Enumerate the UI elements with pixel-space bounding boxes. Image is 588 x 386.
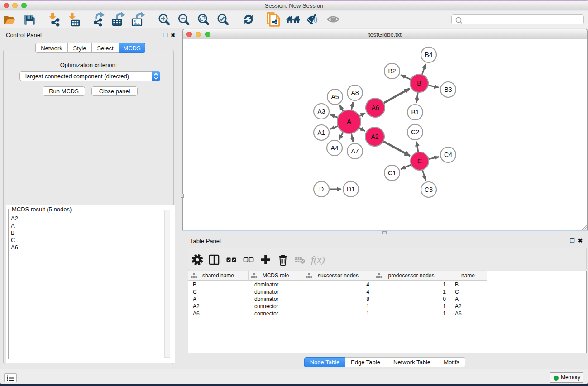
svg-text:A5: A5	[331, 93, 339, 100]
svg-text:A2: A2	[371, 133, 378, 140]
svg-text:C1: C1	[388, 169, 396, 176]
svg-text:B1: B1	[411, 109, 419, 116]
svg-text:A8: A8	[351, 89, 359, 96]
svg-text:C2: C2	[411, 129, 419, 136]
svg-text:B3: B3	[444, 86, 452, 93]
svg-text:D: D	[319, 186, 324, 193]
svg-text:C: C	[417, 157, 422, 165]
svg-text:A6: A6	[371, 104, 379, 111]
svg-text:A1: A1	[317, 129, 325, 136]
svg-text:f(x): f(x)	[311, 254, 325, 265]
svg-text:C3: C3	[425, 186, 433, 193]
svg-text:B4: B4	[425, 51, 432, 58]
svg-text:C4: C4	[444, 151, 452, 158]
svg-text:A: A	[347, 118, 352, 126]
svg-text:D1: D1	[347, 186, 355, 193]
svg-text:A7: A7	[351, 148, 359, 155]
svg-text:B2: B2	[388, 67, 396, 75]
svg-text:B: B	[417, 80, 421, 87]
svg-text:A3: A3	[317, 108, 325, 115]
svg-text:A4: A4	[330, 144, 338, 152]
